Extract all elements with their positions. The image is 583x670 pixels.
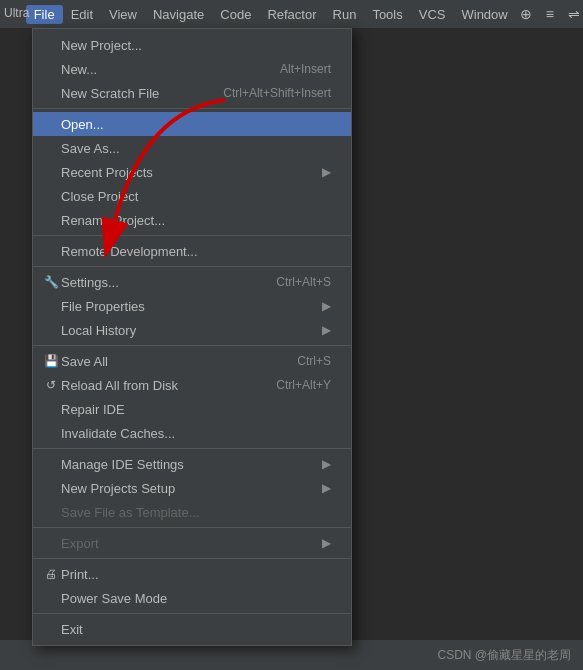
menu-print[interactable]: 🖨 Print...: [33, 562, 351, 586]
separator-1: [33, 108, 351, 109]
menu-local-history[interactable]: Local History ▶: [33, 318, 351, 342]
menu-new-projects-setup[interactable]: New Projects Setup ▶: [33, 476, 351, 500]
menubar-tools[interactable]: Tools: [364, 5, 410, 24]
menu-recent-projects[interactable]: Recent Projects ▶: [33, 160, 351, 184]
menu-close-project[interactable]: Close Project: [33, 184, 351, 208]
menu-save-template: Save File as Template...: [33, 500, 351, 524]
menu-rename-project[interactable]: Rename Project...: [33, 208, 351, 232]
menubar-navigate[interactable]: Navigate: [145, 5, 212, 24]
menu-file-props[interactable]: File Properties ▶: [33, 294, 351, 318]
menu-remote-dev[interactable]: Remote Development...: [33, 239, 351, 263]
separator-3: [33, 266, 351, 267]
menubar-view[interactable]: View: [101, 5, 145, 24]
menubar-file[interactable]: File: [26, 5, 63, 24]
menu-save-as[interactable]: Save As...: [33, 136, 351, 160]
menu-repair-ide[interactable]: Repair IDE: [33, 397, 351, 421]
menu-export: Export ▶: [33, 531, 351, 555]
separator-6: [33, 527, 351, 528]
save-icon: 💾: [43, 353, 59, 369]
menu-new-project[interactable]: New Project...: [33, 33, 351, 57]
menu-open[interactable]: Open...: [33, 112, 351, 136]
menu-power-save[interactable]: Power Save Mode: [33, 586, 351, 610]
menu-save-all[interactable]: 💾 Save All Ctrl+S: [33, 349, 351, 373]
separator-7: [33, 558, 351, 559]
menu-new[interactable]: New... Alt+Insert: [33, 57, 351, 81]
menubar: Ultra File Edit View Navigate Code Refac…: [0, 0, 583, 28]
menubar-window[interactable]: Window: [453, 5, 515, 24]
status-text: CSDN @偷藏星星的老周: [437, 647, 571, 664]
toolbar-list-icon[interactable]: ≡: [542, 4, 558, 24]
menubar-code[interactable]: Code: [212, 5, 259, 24]
wrench-icon: 🔧: [43, 274, 59, 290]
file-dropdown-menu: New Project... New... Alt+Insert New Scr…: [32, 28, 352, 646]
menu-invalidate[interactable]: Invalidate Caches...: [33, 421, 351, 445]
toolbar-sync-icon[interactable]: ⇌: [564, 4, 583, 24]
menu-manage-ide[interactable]: Manage IDE Settings ▶: [33, 452, 351, 476]
menubar-edit[interactable]: Edit: [63, 5, 101, 24]
menu-exit[interactable]: Exit: [33, 617, 351, 641]
separator-2: [33, 235, 351, 236]
print-icon: 🖨: [43, 566, 59, 582]
menubar-refactor[interactable]: Refactor: [259, 5, 324, 24]
menu-new-scratch[interactable]: New Scratch File Ctrl+Alt+Shift+Insert: [33, 81, 351, 105]
menubar-vcs[interactable]: VCS: [411, 5, 454, 24]
toolbar-add-icon[interactable]: ⊕: [516, 4, 536, 24]
menubar-run[interactable]: Run: [325, 5, 365, 24]
app-title: Ultra: [0, 0, 29, 20]
reload-icon: ↺: [43, 377, 59, 393]
separator-4: [33, 345, 351, 346]
separator-5: [33, 448, 351, 449]
separator-8: [33, 613, 351, 614]
menu-reload-disk[interactable]: ↺ Reload All from Disk Ctrl+Alt+Y: [33, 373, 351, 397]
menu-settings[interactable]: 🔧 Settings... Ctrl+Alt+S: [33, 270, 351, 294]
